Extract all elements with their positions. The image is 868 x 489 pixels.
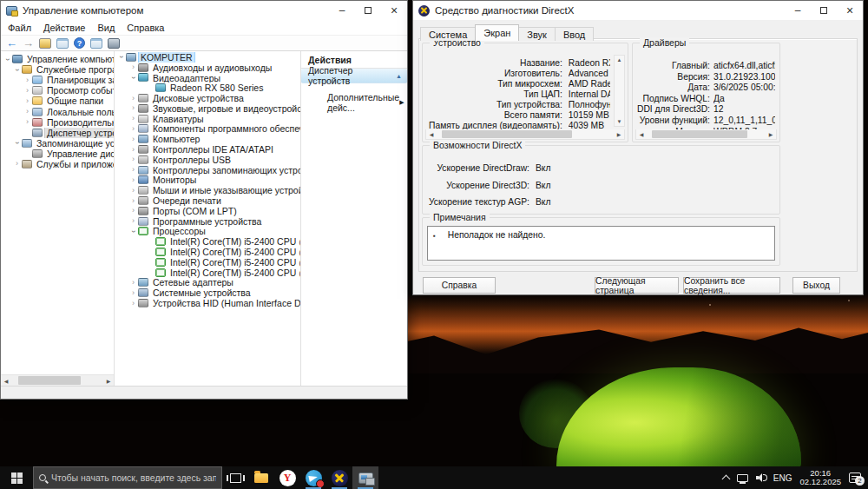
- chevron-collapsed-icon[interactable]: [129, 95, 137, 102]
- chevron-collapsed-icon[interactable]: [129, 63, 137, 71]
- clock[interactable]: 20:16 02.12.2025: [799, 469, 841, 487]
- tree-item-cpu-3[interactable]: Intel(R) Core(TM) i5-2400 CPU @ 3.10GHz: [115, 268, 300, 278]
- scrollbar-track[interactable]: [437, 129, 614, 139]
- tree-item-storage[interactable]: Запоминающие устройств: [1, 138, 114, 149]
- tree-item-computer[interactable]: Компьютер: [115, 134, 300, 144]
- device-manager-taskbar-button[interactable]: [352, 466, 378, 489]
- tree-item-processors[interactable]: Процессоры: [115, 227, 300, 237]
- chevron-collapsed-icon[interactable]: [129, 115, 137, 122]
- chevron-collapsed-icon[interactable]: [129, 135, 137, 143]
- help-icon[interactable]: [74, 37, 85, 49]
- close-icon[interactable]: [837, 1, 863, 20]
- tree-item-cpu-0[interactable]: Intel(R) Core(TM) i5-2400 CPU @ 3.10GHz: [115, 236, 300, 247]
- chevron-collapsed-icon[interactable]: [23, 97, 31, 105]
- chevron-collapsed-icon[interactable]: [129, 197, 137, 205]
- search-input[interactable]: [51, 472, 216, 483]
- chevron-expanded-icon[interactable]: [13, 139, 21, 147]
- tray-expand-icon[interactable]: [721, 475, 730, 484]
- tree-item-komputer[interactable]: KOMPUTER: [115, 52, 300, 63]
- scrollbar-thumb[interactable]: [442, 130, 572, 138]
- chevron-collapsed-icon[interactable]: [23, 118, 31, 126]
- file-explorer-button[interactable]: [248, 466, 274, 489]
- save-all-info-button[interactable]: Сохранить все сведения...: [683, 277, 780, 294]
- exit-button[interactable]: Выход: [792, 277, 840, 294]
- chevron-expanded-icon[interactable]: [13, 66, 21, 74]
- scrollbar-thumb[interactable]: [18, 376, 81, 385]
- maximize-icon[interactable]: [811, 1, 837, 20]
- tree-item-radeon[interactable]: Radeon RX 580 Series: [115, 83, 300, 93]
- next-page-button[interactable]: Следующая страница: [595, 277, 679, 294]
- tree-item-software-devices[interactable]: Программные устройства: [115, 216, 300, 227]
- tree-item-mice[interactable]: Мыши и иные указывающие устройства: [115, 185, 300, 195]
- tree-item-performance[interactable]: Производительность: [1, 117, 114, 128]
- scroll-right-icon[interactable]: [103, 378, 114, 384]
- actions-group-device-manager[interactable]: Диспетчер устройств: [301, 69, 407, 83]
- drivers-horizontal-scrollbar[interactable]: [635, 129, 777, 140]
- chevron-expanded-icon[interactable]: [129, 228, 137, 235]
- scrollbar-track[interactable]: [647, 129, 766, 139]
- chevron-collapsed-icon[interactable]: [129, 187, 137, 195]
- tree-item-cpu-1[interactable]: Intel(R) Core(TM) i5-2400 CPU @ 3.10GHz: [115, 247, 300, 257]
- tree-item-computer-management[interactable]: Управление компьютером (лс: [1, 54, 114, 64]
- tree-item-ports[interactable]: Порты (COM и LPT): [115, 206, 300, 216]
- tree-item-audio-io[interactable]: Аудиовходы и аудиовыходы: [115, 63, 300, 73]
- scroll-down-icon[interactable]: [617, 119, 622, 124]
- show-console-tree-icon[interactable]: [56, 38, 69, 49]
- tree-item-usb-controllers[interactable]: Контроллеры USB: [115, 155, 300, 165]
- collapse-icon[interactable]: [396, 73, 402, 79]
- chevron-expanded-icon[interactable]: [129, 74, 137, 82]
- dxdiag-taskbar-button[interactable]: [326, 466, 352, 489]
- chevron-collapsed-icon[interactable]: [129, 176, 137, 184]
- network-icon[interactable]: [737, 474, 748, 482]
- scroll-right-icon[interactable]: [614, 131, 624, 137]
- tree-item-software-components[interactable]: Компоненты программного обеспечения: [115, 124, 300, 135]
- minimize-icon[interactable]: [329, 1, 355, 20]
- tree-item-system-tools[interactable]: Служебные программы: [1, 64, 114, 75]
- actions-more-item[interactable]: Дополнительные дейс...: [301, 96, 407, 109]
- chevron-collapsed-icon[interactable]: [129, 166, 137, 174]
- tree-item-monitors[interactable]: Мониторы: [115, 175, 300, 186]
- chevron-collapsed-icon[interactable]: [129, 217, 137, 225]
- taskbar-search[interactable]: [33, 466, 222, 489]
- task-view-button[interactable]: [222, 466, 248, 489]
- menu-file[interactable]: Файл: [8, 23, 31, 33]
- tree-item-system-devices[interactable]: Системные устройства: [115, 287, 300, 298]
- tree-item-keyboards[interactable]: Клавиатуры: [115, 114, 300, 124]
- scrollbar-track[interactable]: [11, 375, 103, 386]
- help-button[interactable]: Справка: [423, 277, 496, 294]
- tree-item-ide-controllers[interactable]: Контроллеры IDE ATA/ATAPI: [115, 144, 300, 155]
- tree-item-shared-folders[interactable]: Общие папки: [1, 96, 114, 106]
- scroll-right-icon[interactable]: [766, 131, 776, 137]
- close-icon[interactable]: [381, 1, 407, 20]
- left-pane-horizontal-scrollbar[interactable]: [1, 374, 114, 386]
- tree-item-local-users[interactable]: Локальные пользовате: [1, 106, 114, 116]
- maximize-icon[interactable]: [355, 1, 381, 20]
- language-indicator[interactable]: ENG: [773, 473, 792, 483]
- tree-item-task-scheduler[interactable]: Планировщик задач: [1, 75, 114, 85]
- chevron-collapsed-icon[interactable]: [23, 108, 31, 116]
- tree-item-sound-devices[interactable]: Звуковые, игровые и видеоустройства: [115, 103, 300, 114]
- console-icon[interactable]: [108, 38, 120, 49]
- properties-icon[interactable]: [90, 38, 102, 49]
- action-center-icon[interactable]: 2: [849, 472, 861, 483]
- scroll-up-icon[interactable]: [617, 57, 622, 63]
- menu-help[interactable]: Справка: [127, 23, 164, 33]
- chevron-expanded-icon[interactable]: [3, 56, 11, 63]
- chevron-collapsed-icon[interactable]: [129, 207, 137, 215]
- chevron-collapsed-icon[interactable]: [13, 160, 21, 168]
- notes-textarea[interactable]: Неполадок не найдено.: [427, 226, 775, 261]
- tree-item-print-queues[interactable]: Очереди печати: [115, 195, 300, 206]
- chevron-collapsed-icon[interactable]: [129, 125, 137, 133]
- scroll-left-icon[interactable]: [1, 378, 11, 384]
- minimize-icon[interactable]: [785, 1, 811, 20]
- cm-titlebar[interactable]: Управление компьютером: [1, 1, 407, 20]
- back-icon[interactable]: [6, 37, 17, 49]
- device-horizontal-scrollbar[interactable]: [425, 129, 625, 140]
- tab-input[interactable]: Ввод: [555, 27, 594, 41]
- start-button[interactable]: [0, 466, 33, 489]
- scroll-left-icon[interactable]: [636, 131, 647, 137]
- tree-item-hid-devices[interactable]: Устройства HID (Human Interface Devices): [115, 298, 300, 308]
- chevron-collapsed-icon[interactable]: [129, 279, 137, 287]
- menu-view[interactable]: Вид: [97, 23, 115, 33]
- chevron-expanded-icon[interactable]: [117, 53, 125, 61]
